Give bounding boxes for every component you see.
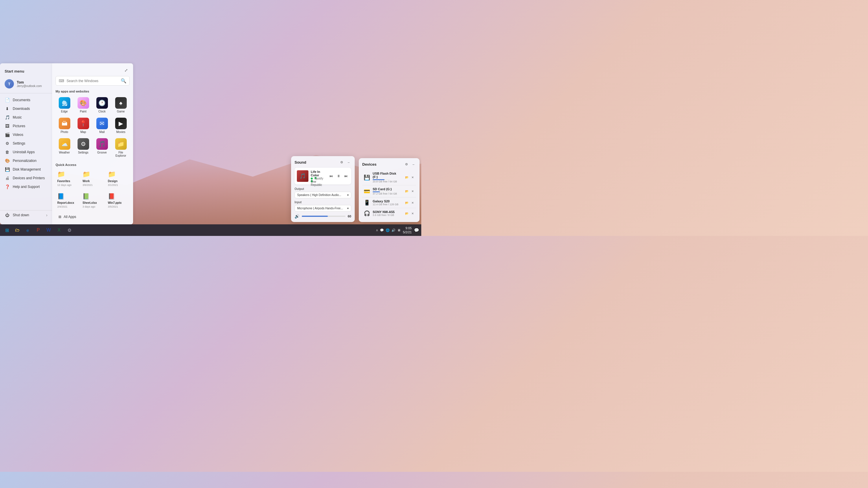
- app-paint[interactable]: 🎨 Paint: [74, 95, 92, 115]
- taskbar: ⊞ 🗁 e P W X ⚙ ∧ 💬 🌐 🔊 🖥 9:05 5: [0, 224, 421, 236]
- shutdown-button[interactable]: ⏻ Shut down ›: [0, 210, 52, 220]
- sidebar-item-downloads[interactable]: ⬇ Downloads: [0, 104, 52, 113]
- windows-start-button[interactable]: ⊞: [2, 226, 11, 235]
- start-main-panel: ⤢ ⌨ 🔍 My apps and websites Edge 🎨 Paint …: [52, 63, 133, 224]
- sidebar-item-documents[interactable]: 📄 Documents: [0, 96, 52, 104]
- action-center-icon[interactable]: 💬: [414, 228, 419, 232]
- sd-open-button[interactable]: 📂: [404, 189, 409, 194]
- taskbar-time[interactable]: 9:05 5/2/21: [403, 226, 412, 234]
- app-photo[interactable]: 🏔 Photo: [56, 116, 73, 135]
- app-map[interactable]: 📍 Map: [74, 116, 92, 135]
- search-input[interactable]: [66, 79, 118, 83]
- app-mail[interactable]: ✉ Mail: [93, 116, 111, 135]
- map-app-label: Map: [81, 130, 86, 134]
- app-settings[interactable]: ⚙ Settings: [74, 136, 92, 159]
- devices-printers-icon: 🖨: [5, 176, 10, 181]
- sd-device-icon: 💳: [363, 188, 370, 195]
- sidebar-item-uninstall[interactable]: 🗑 Uninstall Apps: [0, 148, 52, 156]
- devices-minimize-button[interactable]: –: [411, 162, 416, 167]
- sd-close-button[interactable]: ✕: [410, 189, 415, 194]
- track-artist-name: One Republic: [311, 180, 313, 182]
- taskbar-sound-icon[interactable]: 🔊: [392, 228, 396, 232]
- usb-name: USB Flash Disk (F:): [373, 172, 402, 178]
- taskbar-notification-icon[interactable]: 💬: [380, 228, 384, 232]
- sd-storage-text: 37.2 GB free / 64 GB: [373, 192, 402, 195]
- photo-app-label: Photo: [60, 130, 68, 134]
- sony-close-button[interactable]: ✕: [410, 211, 415, 216]
- output-select[interactable]: Speakers ( High Definition Audio... ▾: [294, 192, 351, 198]
- qa-file-pptx[interactable]: 📕 Win7.pptx 3/5/2021: [106, 191, 130, 210]
- volume-slider[interactable]: [302, 216, 345, 217]
- output-value: Speakers ( High Definition Audio...: [297, 193, 341, 197]
- next-track-button[interactable]: ⏭: [343, 173, 349, 179]
- app-clock[interactable]: 🕐 Clock: [93, 95, 111, 115]
- qa-file-sheet[interactable]: 📗 Sheet.xlsx 3 days ago: [81, 191, 104, 210]
- sound-settings-button[interactable]: ⚙: [339, 160, 344, 165]
- sidebar-item-videos[interactable]: 🎬 Videos: [0, 130, 52, 139]
- sony-open-button[interactable]: 📂: [404, 211, 409, 216]
- galaxy-close-button[interactable]: ✕: [410, 200, 415, 205]
- sidebar-item-devices-printers[interactable]: 🖨 Devices and Printers: [0, 174, 52, 183]
- user-avatar: T: [5, 79, 14, 89]
- sidebar-item-pictures[interactable]: 🖼 Pictures: [0, 122, 52, 130]
- pictures-icon: 🖼: [5, 124, 10, 128]
- input-select[interactable]: Microphone ( Airpods Hands-Free... ▾: [294, 205, 351, 212]
- app-groove[interactable]: 🎵 Groove: [93, 136, 111, 159]
- taskbar-settings[interactable]: ⚙: [65, 226, 74, 235]
- search-bar[interactable]: ⌨ 🔍: [56, 76, 130, 86]
- taskbar-chevron-icon[interactable]: ∧: [376, 228, 378, 232]
- sound-panel-title: Sound: [294, 160, 306, 164]
- app-game[interactable]: ♠ Game: [112, 95, 130, 115]
- shutdown-label: Shut down: [13, 213, 29, 217]
- devices-panel: Devices ⚙ – 💾 USB Flash Disk (F:) 20.8 G…: [359, 158, 420, 222]
- qa-folder-work[interactable]: 📁 Work 3/6/2021: [81, 169, 104, 188]
- sidebar-user[interactable]: T Tom Jerry@outlook.com: [0, 77, 52, 91]
- input-section: Input Microphone ( Airpods Hands-Free...…: [294, 201, 351, 212]
- sony-storage-text: 3.6 GB free / 8 GB: [373, 214, 402, 217]
- sound-minimize-button[interactable]: –: [346, 160, 351, 165]
- expand-button[interactable]: ⤢: [123, 67, 130, 74]
- app-edge[interactable]: Edge: [56, 95, 73, 115]
- user-info: Tom Jerry@outlook.com: [17, 80, 42, 88]
- track-platform: Spotify: [314, 177, 316, 179]
- sidebar-item-disk[interactable]: 💾 Disk Management: [0, 165, 52, 174]
- taskbar-powerpoint[interactable]: P: [34, 226, 43, 235]
- qa-file-report[interactable]: 📘 Report.docx 2/4/2021: [56, 191, 79, 210]
- taskbar-edge[interactable]: e: [23, 226, 32, 235]
- usb-close-button[interactable]: ✕: [410, 175, 415, 180]
- settings-sidebar-icon: ⚙: [5, 141, 10, 146]
- all-apps-button[interactable]: ⊞ All Apps: [56, 213, 130, 221]
- taskbar-file-explorer[interactable]: 🗁: [13, 226, 22, 235]
- search-magnifier-icon: 🔍: [121, 78, 126, 84]
- sidebar-item-help[interactable]: ❓ Help and Support: [0, 183, 52, 191]
- app-movies[interactable]: ▶ Movies: [112, 116, 130, 135]
- sidebar-item-personalization[interactable]: 🎨 Personalization: [0, 156, 52, 165]
- app-explorer[interactable]: 📁 File Exploror: [112, 136, 130, 159]
- track-info: Life In Color Spotify One Republic: [311, 170, 326, 182]
- taskbar-excel[interactable]: X: [54, 226, 64, 235]
- galaxy-open-button[interactable]: 📂: [404, 200, 409, 205]
- pause-button[interactable]: ⏸: [336, 173, 341, 179]
- qa-folder-favorites[interactable]: 📁 Favorites 12 days ago: [56, 169, 79, 188]
- qa-folder-design[interactable]: 📁 Design 3/1/2021: [106, 169, 130, 188]
- sidebar-item-music[interactable]: 🎵 Music: [0, 113, 52, 122]
- app-weather[interactable]: ⛅ Weather: [56, 136, 73, 159]
- devices-settings-button[interactable]: ⚙: [404, 162, 409, 167]
- taskbar-network-icon[interactable]: 🌐: [386, 228, 390, 232]
- prev-track-button[interactable]: ⏮: [328, 173, 334, 179]
- sidebar-item-label: Downloads: [13, 107, 30, 111]
- taskbar-right: ∧ 💬 🌐 🔊 🖥 9:05 5/2/21 💬: [376, 226, 419, 234]
- word-taskbar-icon: W: [46, 228, 51, 233]
- groove-app-label: Groove: [97, 151, 107, 154]
- sony-info: SONY NW-A55 3.6 GB free / 8 GB: [373, 210, 402, 217]
- sheet-file-name: Sheet.xlsx: [83, 201, 97, 204]
- sidebar-item-label: Help and Support: [13, 185, 40, 189]
- taskbar-device-icon[interactable]: 🖥: [397, 228, 400, 232]
- usb-open-button[interactable]: 📂: [404, 175, 409, 180]
- favorites-folder-date: 12 days ago: [57, 184, 71, 187]
- edge-app-label: Edge: [61, 110, 68, 113]
- user-email: Jerry@outlook.com: [17, 85, 42, 88]
- sidebar-item-settings[interactable]: ⚙ Settings: [0, 139, 52, 148]
- taskbar-word[interactable]: W: [44, 226, 53, 235]
- settings-app-label: Settings: [78, 151, 88, 154]
